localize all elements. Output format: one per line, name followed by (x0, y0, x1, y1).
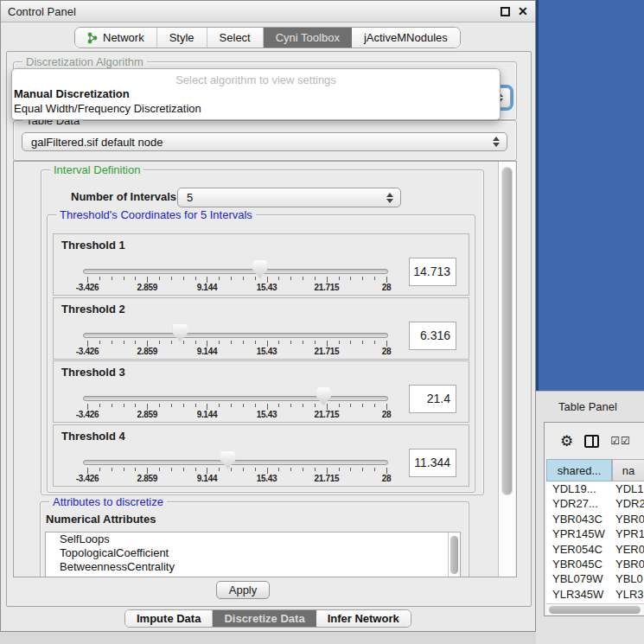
popup-item[interactable]: Equal Width/Frequency Discretization (12, 101, 500, 116)
table-data-combobox[interactable]: galFiltered.sif default node (22, 132, 507, 151)
attribute-item[interactable]: TopologicalCoefficient (46, 546, 448, 560)
cell-shared-name[interactable]: YER054C (546, 542, 612, 557)
cell-name[interactable]: YPR1 (612, 526, 644, 541)
cell-name[interactable]: YBR0 (612, 512, 644, 526)
group-title: Attributes to discretize (49, 495, 167, 508)
slider-track[interactable] (83, 396, 388, 401)
slider-tick (124, 341, 124, 344)
cell-name[interactable]: YBL0 (612, 571, 644, 586)
threshold-coordinates-group: Threshold's Coordinates for 5 Intervals … (47, 214, 475, 493)
cell-name[interactable]: YBR0 (612, 557, 644, 571)
cell-shared-name[interactable]: YLR345W (546, 587, 612, 602)
slider-tick (267, 341, 268, 347)
slider-tick (278, 468, 279, 471)
float-window-icon[interactable] (501, 7, 510, 16)
slider-tick (99, 277, 100, 280)
threshold-value-field[interactable]: 6.316 (409, 322, 456, 350)
list-scrollbar-thumb[interactable] (450, 536, 458, 574)
table-row[interactable]: YBR045CYBR0 (546, 557, 644, 571)
tab-cyni-toolbox[interactable]: Cyni Toolbox (264, 28, 352, 48)
slider-tick (112, 277, 112, 280)
cell-name[interactable]: YDR2 (612, 496, 644, 511)
slider-tick-label: 21.715 (314, 283, 339, 292)
table-hscrollbar[interactable] (546, 603, 644, 615)
cell-shared-name[interactable]: YBR045C (546, 557, 612, 571)
table-row[interactable]: YLR345WYLR3 (546, 587, 644, 602)
cell-shared-name[interactable]: YBR043C (546, 512, 612, 526)
slider-tick-label: 21.715 (314, 410, 339, 419)
slider-tick (219, 468, 220, 471)
group-title: Interval Definition (50, 163, 143, 176)
table-row[interactable]: YBL079WYBL0 (546, 571, 644, 586)
table-row[interactable]: YDR27...YDR2 (546, 496, 644, 511)
slider-tick-label: 9.144 (197, 474, 218, 483)
slider-tick (171, 404, 172, 407)
slider-tick (362, 277, 363, 280)
slider-tick (112, 468, 112, 471)
tab-discretize-data[interactable]: Discretize Data (213, 610, 316, 627)
slider-handle[interactable] (252, 260, 267, 278)
tab-infer-network[interactable]: Infer Network (316, 610, 411, 627)
threshold-value-field[interactable]: 11.344 (409, 449, 456, 477)
slider-tick (159, 404, 160, 407)
slider-tick (219, 404, 220, 407)
table-row[interactable]: YPR145WYPR1 (546, 526, 644, 541)
slider-tick-label: 28 (382, 410, 392, 419)
columns-icon[interactable] (584, 435, 599, 448)
threshold-value-field[interactable]: 21.4 (409, 385, 456, 413)
threshold-value-field[interactable]: 14.713 (409, 258, 456, 286)
tab-style[interactable]: Style (157, 28, 207, 48)
list-scrollbar[interactable] (448, 532, 460, 577)
slider-tick (207, 404, 207, 410)
threshold-panel: Threshold 2-3.4262.8599.14415.4321.71528… (53, 297, 469, 360)
slider-tick (124, 468, 124, 471)
table-row[interactable]: YDL19...YDL1 (546, 481, 644, 496)
close-icon[interactable]: ✕ (518, 4, 528, 18)
column-header-shared-name[interactable]: shared... (546, 459, 612, 481)
tab-select[interactable]: Select (207, 28, 264, 48)
gear-icon[interactable]: ⚙ (560, 434, 573, 449)
tab-impute-data[interactable]: Impute Data (125, 610, 213, 627)
slider-tick (386, 404, 387, 410)
table-row[interactable]: YBR043CYBR0 (546, 512, 644, 526)
control-panel-titlebar[interactable]: Control Panel ✕ (1, 1, 535, 22)
slider-tick (243, 468, 244, 471)
slider-track[interactable] (83, 269, 388, 274)
number-of-intervals-label: Number of Intervals (71, 190, 176, 203)
cell-name[interactable]: YER0 (612, 542, 644, 557)
network-view-panel: GAL80GACGAL11GAL4GCY1HHAP2 (536, 0, 644, 391)
slider-tick-label: 9.144 (197, 347, 218, 356)
slider-track[interactable] (83, 460, 388, 465)
tab-network[interactable]: Network (75, 28, 157, 48)
attribute-item[interactable]: SelfLoops (46, 532, 448, 546)
slider-track[interactable] (83, 333, 388, 338)
slider-tick (303, 404, 303, 407)
cell-shared-name[interactable]: YDR27... (546, 496, 612, 511)
table-hscrollbar-thumb[interactable] (549, 606, 641, 614)
slider-handle[interactable] (220, 451, 235, 469)
settings-scrollbar[interactable] (498, 162, 515, 577)
slider-handle[interactable] (316, 387, 331, 405)
apply-button[interactable]: Apply (216, 581, 270, 599)
slider-tick (183, 468, 184, 471)
cell-name[interactable]: YDL1 (612, 481, 644, 496)
slider-tick (159, 341, 160, 344)
cell-shared-name[interactable]: YPR145W (546, 526, 612, 541)
slider-tick (374, 404, 375, 407)
cell-name[interactable]: YLR3 (612, 587, 644, 602)
tab-jactivemnodules[interactable]: jActiveMNodules (352, 28, 460, 48)
column-header-name[interactable]: na (612, 459, 644, 481)
slider-tick-label: -3.426 (76, 474, 99, 483)
table-row[interactable]: YER054CYER0 (546, 542, 644, 557)
cell-shared-name[interactable]: YBL079W (546, 571, 612, 586)
slider-handle[interactable] (173, 324, 188, 342)
attributes-group: Attributes to discretize Numerical Attri… (40, 501, 469, 577)
number-of-intervals-combobox[interactable]: 5 (177, 188, 401, 207)
popup-item[interactable]: Manual Discretization (12, 86, 500, 101)
attribute-item[interactable]: BetweennessCentrality (46, 560, 448, 574)
cell-shared-name[interactable]: YDL19... (546, 481, 612, 496)
slider-tick (99, 404, 100, 407)
select-columns-checkboxes-icon[interactable]: ☑☑ (610, 435, 631, 447)
slider-tick (183, 404, 184, 407)
settings-scrollbar-thumb[interactable] (501, 167, 513, 495)
